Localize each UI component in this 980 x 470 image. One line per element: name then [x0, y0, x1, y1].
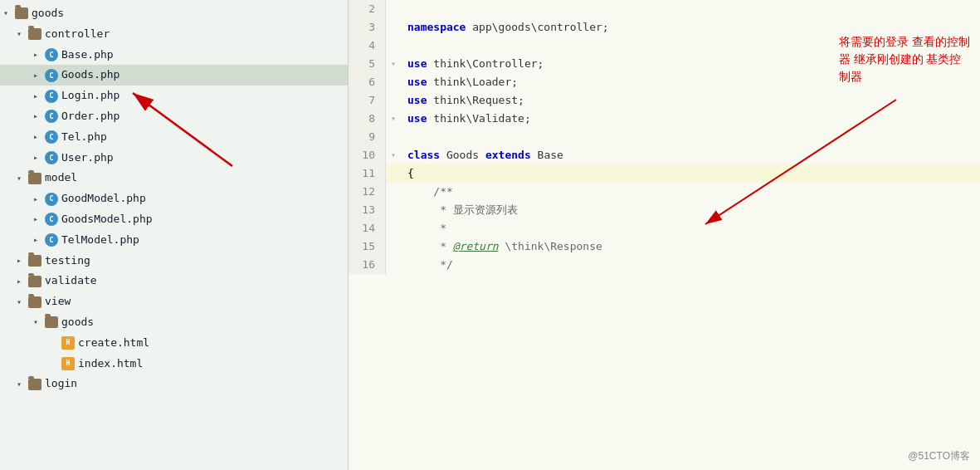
tree-item-label: create.html [78, 335, 149, 352]
file-tree: goodscontrollerCBase.phpCGoods.phpCLogin… [0, 0, 349, 470]
folder-icon [28, 296, 41, 308]
tree-item-label: Login.php [61, 87, 119, 105]
code-token: think\Loader; [427, 76, 518, 88]
code-line-16: 16 */ [349, 256, 980, 274]
chevron-icon [33, 317, 43, 327]
tree-item-label: testing [45, 252, 90, 270]
line-code: use think\Loader; [401, 73, 980, 91]
code-token: use [407, 76, 427, 88]
code-token: extends [485, 149, 531, 161]
tree-item-base-php[interactable]: CBase.php [0, 45, 348, 66]
code-line-13: 13 * 显示资源列表 [349, 201, 980, 219]
code-token: think\Controller; [427, 57, 544, 70]
php-file-icon: C [45, 193, 58, 206]
code-line-14: 14 * [349, 219, 980, 237]
chevron-icon [33, 50, 43, 60]
php-file-icon: C [45, 110, 58, 123]
chevron-icon [33, 132, 43, 142]
chevron-icon [17, 174, 27, 184]
code-line-4: 4 [349, 37, 980, 55]
code-line-8: 8▾use think\Validate; [349, 110, 980, 128]
tree-item-label: Tel.php [61, 129, 107, 146]
watermark: @51CTO博客 [908, 449, 970, 463]
tree-item-label: Goods.php [61, 66, 119, 84]
tree-item-tel-php[interactable]: CTel.php [0, 127, 348, 148]
code-token: use [407, 112, 427, 125]
folder-icon [45, 316, 58, 328]
tree-item-label: Base.php [61, 47, 114, 64]
tree-item-goodmodel-php[interactable]: CGoodModel.php [0, 188, 348, 209]
code-line-3: 3namespace app\goods\controller; [349, 18, 980, 37]
tree-item-model-folder[interactable]: model [0, 168, 348, 188]
tree-item-user-php[interactable]: CUser.php [0, 148, 348, 169]
line-code: class Goods extends Base [401, 146, 980, 164]
line-number: 11 [349, 164, 386, 183]
line-gutter: ▾ [386, 55, 401, 73]
chevron-icon [33, 91, 43, 101]
line-code: */ [401, 256, 980, 274]
code-line-12: 12 /** [349, 183, 980, 201]
line-number: 9 [349, 128, 386, 146]
tree-item-index-html[interactable]: Hindex.html [0, 354, 348, 375]
tree-item-login-php[interactable]: CLogin.php [0, 86, 348, 106]
code-editor: 23namespace app\goods\controller;45▾use … [349, 0, 980, 470]
chevron-icon [33, 214, 43, 224]
tree-item-label: model [45, 169, 77, 187]
line-gutter: ▾ [386, 110, 401, 128]
code-token: namespace [407, 21, 466, 33]
line-code: use think\Validate; [401, 110, 980, 128]
tree-item-order-php[interactable]: COrder.php [0, 106, 348, 127]
folder-icon [15, 7, 28, 19]
html-file-icon: H [61, 357, 75, 370]
tree-item-create-html[interactable]: Hcreate.html [0, 333, 348, 354]
tree-item-goods-sub-folder[interactable]: goods [0, 312, 348, 333]
folder-icon [28, 276, 41, 287]
html-file-icon: H [61, 336, 75, 350]
chevron-icon [17, 256, 27, 266]
line-code: use think\Controller; [401, 55, 980, 73]
code-token: use [407, 57, 427, 70]
code-line-11: 11{ [349, 164, 980, 183]
line-code: { [401, 164, 980, 183]
code-line-7: 7use think\Request; [349, 91, 980, 110]
php-file-icon: C [45, 213, 58, 226]
chevron-icon [17, 379, 27, 389]
line-number: 6 [349, 73, 386, 91]
tree-item-login-folder[interactable]: login [0, 374, 348, 394]
code-token: Goods [440, 149, 485, 161]
chevron-icon [33, 111, 43, 121]
tree-item-goodsmodel-php[interactable]: CGoodsModel.php [0, 209, 348, 230]
code-token: app\goods\controller; [466, 21, 608, 33]
code-token: class [407, 149, 440, 161]
tree-item-controller-folder[interactable]: controller [0, 24, 348, 45]
line-number: 4 [349, 37, 386, 55]
php-file-icon: C [45, 233, 58, 247]
line-number: 14 [349, 219, 386, 237]
folder-icon [28, 379, 41, 390]
code-token: * 显示资源列表 [407, 203, 518, 216]
tree-item-telmodel-php[interactable]: CTelModel.php [0, 230, 348, 251]
code-token: @return [453, 240, 499, 252]
tree-item-view-folder[interactable]: view [0, 291, 348, 312]
chevron-icon [33, 153, 43, 163]
tree-item-label: login [45, 375, 77, 393]
tree-item-label: validate [45, 272, 97, 290]
tree-item-goods-php[interactable]: CGoods.php [0, 65, 348, 86]
folder-icon [28, 28, 41, 40]
tree-item-goods-folder[interactable]: goods [0, 3, 348, 24]
code-token: * [407, 240, 453, 252]
tree-item-testing-folder[interactable]: testing [0, 251, 348, 272]
tree-item-label: Order.php [61, 108, 119, 125]
code-line-9: 9 [349, 128, 980, 146]
chevron-icon [33, 71, 43, 81]
tree-item-label: goods [32, 5, 64, 22]
chevron-icon [17, 277, 27, 286]
tree-item-label: goods [61, 314, 94, 331]
tree-item-validate-folder[interactable]: validate [0, 271, 348, 291]
line-gutter: ▾ [386, 146, 401, 164]
line-number: 8 [349, 110, 386, 128]
code-token: think\Validate; [427, 112, 530, 125]
tree-item-label: TelModel.php [61, 232, 139, 249]
code-token: think\Request; [427, 94, 524, 106]
chevron-icon [17, 29, 27, 39]
